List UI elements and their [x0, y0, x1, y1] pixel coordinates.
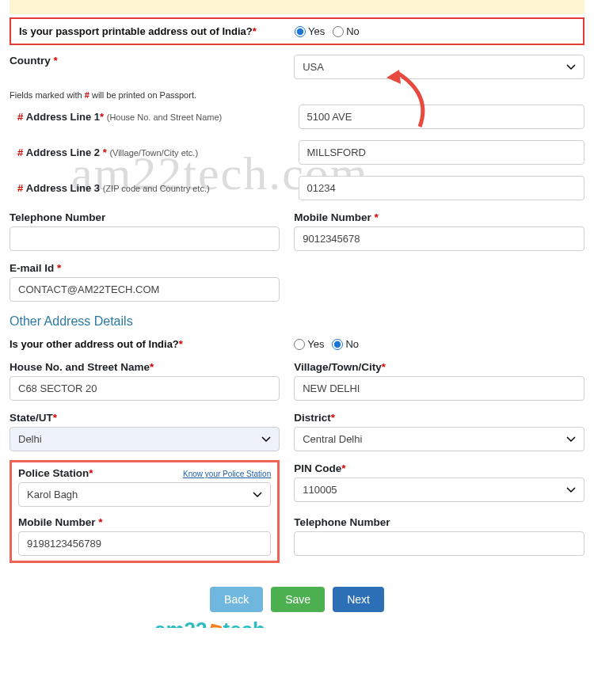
other-yes-radio[interactable]: [294, 339, 305, 350]
mobile-input[interactable]: [294, 226, 584, 251]
address-line2-input[interactable]: [299, 140, 584, 165]
state-label: State/UT*: [10, 412, 280, 424]
state-select[interactable]: Delhi: [10, 427, 280, 451]
district-select[interactable]: Central Delhi: [294, 427, 584, 451]
other-mobile-label: Mobile Number *: [18, 516, 271, 528]
address-line3-label: # Address Line 3 (ZIP code and Country e…: [17, 182, 284, 194]
address-line3-input[interactable]: [299, 176, 584, 200]
printable-no-option[interactable]: No: [333, 25, 360, 37]
house-input[interactable]: [10, 376, 280, 401]
other-no-option[interactable]: No: [332, 338, 359, 350]
printable-address-radio-group: Yes No: [295, 25, 575, 37]
printable-address-question-label: Is your passport printable address out o…: [19, 25, 257, 37]
other-telephone-input[interactable]: [294, 531, 584, 556]
next-button[interactable]: Next: [333, 587, 384, 612]
village-input[interactable]: [294, 376, 584, 401]
back-button[interactable]: Back: [210, 587, 263, 612]
fields-note: Fields marked with # will be printed on …: [10, 90, 584, 100]
button-bar: Back Save Next: [10, 587, 584, 612]
other-address-radio-group: Yes No: [294, 338, 584, 350]
address-line1-label: # Address Line 1* (House No. and Street …: [17, 111, 284, 123]
other-no-label: No: [345, 338, 359, 350]
save-button[interactable]: Save: [271, 587, 325, 612]
other-yes-option[interactable]: Yes: [294, 338, 324, 350]
address-line1-input[interactable]: [299, 105, 584, 129]
printable-no-radio[interactable]: [333, 26, 344, 37]
address-line2-label: # Address Line 2 * (Village/Town/City et…: [17, 146, 284, 158]
other-mobile-input[interactable]: [18, 531, 271, 556]
printable-address-question-highlight: Is your passport printable address out o…: [10, 17, 584, 45]
other-no-radio[interactable]: [332, 339, 343, 350]
know-police-station-link[interactable]: Know your Police Station: [183, 470, 271, 478]
telephone-label: Telephone Number: [10, 211, 280, 223]
yes-label: Yes: [308, 25, 325, 37]
svg-rect-0: [208, 623, 222, 628]
other-telephone-label: Telephone Number: [294, 516, 584, 528]
police-select[interactable]: Karol Bagh: [18, 482, 271, 507]
pin-label: PIN Code*: [294, 462, 584, 474]
email-label: E-mail Id *: [10, 262, 280, 274]
other-address-question-label: Is your other address out of India?*: [10, 338, 183, 350]
country-label: Country *: [10, 55, 280, 67]
pin-select[interactable]: 110005: [294, 477, 584, 502]
no-label: No: [346, 25, 360, 37]
other-yes-label: Yes: [307, 338, 324, 350]
police-label: Police Station*: [18, 467, 93, 479]
other-address-section-title: Other Address Details: [10, 314, 584, 329]
info-banner: [10, 0, 584, 14]
email-input[interactable]: [10, 277, 280, 302]
country-select[interactable]: USA: [294, 55, 584, 79]
police-mobile-highlight: Police Station* Know your Police Station…: [10, 460, 280, 563]
printable-yes-option[interactable]: Yes: [295, 25, 325, 37]
am22tech-logo: am22 tech: [154, 618, 265, 628]
telephone-input[interactable]: [10, 226, 280, 251]
house-label: House No. and Street Name*: [10, 361, 280, 373]
village-label: Village/Town/City*: [294, 361, 584, 373]
mobile-label: Mobile Number *: [294, 211, 584, 223]
district-label: District*: [294, 412, 584, 424]
printable-yes-radio[interactable]: [295, 26, 306, 37]
